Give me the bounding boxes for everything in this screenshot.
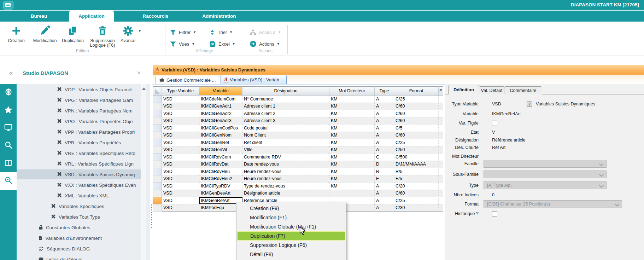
format-cell[interactable]: C/60 xyxy=(394,117,439,125)
sidebar-item-listes-de-valeurs[interactable]: Listes de Valeurs xyxy=(17,254,141,260)
table-row[interactable]: VSDIKMCliTypRDVType de rendez-vousKMAC/2… xyxy=(153,183,443,190)
document-tab-gestion-commerciale[interactable]: Gestion Commerciale ... xyxy=(156,76,219,84)
mot-directeur-cell[interactable]: KM xyxy=(329,139,375,146)
format-cell[interactable]: C/60 xyxy=(394,132,439,139)
row-selector-cell[interactable] xyxy=(153,197,162,204)
table-row[interactable]: VSDIKMCliRdvHeuHeure rendez-vousKMRR/5 xyxy=(153,168,443,175)
ribbon-button-suppression-logique-f6[interactable]: Suppression Logique (F6) xyxy=(87,24,118,48)
type-cell[interactable]: A xyxy=(375,197,394,204)
sidebar-item-variables-environnement[interactable]: Variables d'Environnement xyxy=(17,233,141,243)
panel-tab-val-defaut[interactable]: Val. Défaut xyxy=(479,86,505,94)
document-tab-variables-vsd-variab[interactable]: AVariables (VSD) : Variab... xyxy=(221,75,287,84)
panel-tab-definition[interactable]: Définition xyxy=(448,85,479,94)
table-row[interactable]: VSDIKMCliRdvComCommentaire RDVKMCC/500 xyxy=(153,154,443,161)
sidebar-collapse-button[interactable]: « xyxy=(9,69,13,77)
variable-cell[interactable]: IKMCliRdvCom xyxy=(199,154,242,161)
extra-cell[interactable] xyxy=(439,132,443,139)
format-cell[interactable]: C/50 xyxy=(394,146,439,154)
table-row[interactable]: VSDIKMCliGenRefRef clientKMAC/25 xyxy=(153,139,443,146)
rail-item-search-icon[interactable] xyxy=(0,137,17,155)
type-variable-cell[interactable]: VSD xyxy=(162,175,199,183)
variable-cell[interactable]: IKMCliGenAdr2 xyxy=(199,110,242,117)
format-cell[interactable]: R/5 xyxy=(394,168,439,175)
mot-directeur-cell[interactable]: KM xyxy=(329,132,375,139)
extra-cell[interactable] xyxy=(439,96,443,103)
sidebar-item-variables-specifiques[interactable]: Variables Spécifiques xyxy=(17,201,141,211)
ribbon-button-vues[interactable]: Vues▼ xyxy=(170,39,195,48)
format-cell[interactable]: C/60 xyxy=(394,103,439,110)
sidebar-item-vpo[interactable]: VPO : Variables Propriétés Obje xyxy=(17,116,141,126)
format-cell[interactable]: C/25 xyxy=(394,96,439,103)
designation-cell[interactable]: Ref client xyxy=(242,139,329,146)
column-header-type[interactable]: Type xyxy=(375,87,394,96)
variable-cell[interactable]: IKMCliRdvHeu2 xyxy=(199,175,242,183)
tree-scrollbar[interactable] xyxy=(141,84,146,260)
table-row[interactable]: VSDIKMCdeNumComN° CommandeKMAC/25 xyxy=(153,96,443,103)
column-header-format[interactable]: Format xyxy=(394,87,439,96)
variable-cell[interactable]: IKMCliGenRef xyxy=(199,139,242,146)
column-header-type-variable[interactable]: Type Variable xyxy=(162,87,199,96)
table-row[interactable]: VSDIKMCliGenAdr1Adresse client 1KMAC/60 xyxy=(153,103,443,110)
designation-cell[interactable]: Adresse client 3 xyxy=(242,117,329,125)
row-selector-cell[interactable] xyxy=(153,190,162,197)
type-cell[interactable]: A xyxy=(375,125,394,132)
sidebar-item-vpp[interactable]: VPP : Variables Partagées Propri xyxy=(17,127,141,137)
column-header-designation[interactable]: Désignation xyxy=(242,87,329,96)
app-logo-icon[interactable] xyxy=(3,1,13,10)
designation-cell[interactable]: Heure rendez-vous xyxy=(242,168,329,175)
extra-cell[interactable] xyxy=(439,175,443,183)
row-selector-cell[interactable] xyxy=(153,161,162,168)
rail-item-monitor-icon[interactable] xyxy=(0,119,17,137)
type-cell[interactable]: A xyxy=(375,117,394,125)
variable-cell[interactable]: IKMCliRdvHeu xyxy=(199,168,242,175)
format-cell[interactable]: C/25 xyxy=(394,139,439,146)
mot-directeur-cell[interactable] xyxy=(329,190,375,197)
sidebar-item-vre[interactable]: VRE : Variables Spécifiques Reto xyxy=(17,148,141,158)
designation-cell[interactable]: Adresse client 1 xyxy=(242,103,329,110)
variable-cell[interactable]: IKMCliGenCodPos xyxy=(199,125,242,132)
type-cell[interactable]: A xyxy=(375,190,394,197)
row-selector-cell[interactable] xyxy=(153,125,162,132)
row-selector-cell[interactable] xyxy=(153,110,162,117)
context-menu-item-modification-f1[interactable]: Modification (F1) xyxy=(236,213,346,222)
row-selector-cell[interactable] xyxy=(153,175,162,183)
rail-item-pin-search-icon[interactable] xyxy=(0,172,17,190)
format-cell[interactable]: C/500 xyxy=(394,154,439,161)
mot-directeur-cell[interactable]: KM xyxy=(329,117,375,125)
mot-directeur-cell[interactable]: KM xyxy=(329,183,375,190)
ribbon-button-modification[interactable]: Modification xyxy=(31,24,59,48)
type-cell[interactable]: A xyxy=(375,103,394,110)
variable-cell[interactable]: IKMCliGenNom xyxy=(199,132,242,139)
extra-cell[interactable] xyxy=(439,168,443,175)
table-row[interactable]: VSDIKMGenDesArtDésignation articleAC/60 xyxy=(153,190,443,197)
sidebar-item-vpr[interactable]: VPR : Variables Propriétés xyxy=(17,138,141,148)
context-menu-item-detail-f8[interactable]: Détail (F8) xyxy=(236,250,346,259)
variable-cell[interactable]: IKMCliGenAdr1 xyxy=(199,103,242,110)
ribbon-button-creation[interactable]: Création xyxy=(3,24,30,48)
help-button[interactable]: ? xyxy=(527,101,532,107)
extra-cell[interactable] xyxy=(439,190,443,197)
type-variable-cell[interactable]: VSD xyxy=(162,103,199,110)
menu-tab-application[interactable]: Application xyxy=(69,10,114,22)
context-menu-item-duplication-f7[interactable]: Duplication (F7) xyxy=(237,231,345,241)
mot-directeur-cell[interactable]: KM xyxy=(329,154,375,161)
type-variable-cell[interactable]: VSD xyxy=(162,96,199,103)
checkbox-historique[interactable] xyxy=(492,211,497,216)
context-menu-item-creation-f9[interactable]: Création (F9) xyxy=(236,204,346,213)
row-selector-cell[interactable] xyxy=(153,183,162,190)
variable-cell[interactable]: IKMGenDesArt xyxy=(199,190,242,197)
table-row[interactable]: VSDIKMCliGenAdr3Adresse client 3KMAC/60 xyxy=(153,117,443,125)
sidebar-item-sequences-dialog[interactable]: Séquences DIALOG xyxy=(17,244,141,254)
rail-item-wheel-icon[interactable] xyxy=(0,84,17,102)
extra-cell[interactable] xyxy=(439,183,443,190)
format-cell[interactable]: C/5 xyxy=(394,125,439,132)
extra-cell[interactable] xyxy=(439,197,443,204)
extra-cell[interactable] xyxy=(439,139,443,146)
ribbon-button-filtrer[interactable]: Filtrer▼ xyxy=(170,28,196,37)
variable-cell[interactable]: IKMCliGenVil xyxy=(199,146,242,154)
column-header-variable[interactable]: Variable xyxy=(199,87,242,96)
format-cell[interactable]: C/30 xyxy=(394,204,439,212)
designation-cell[interactable]: VIlle xyxy=(242,146,329,154)
format-cell[interactable]: C/20 xyxy=(394,183,439,190)
row-selector-cell[interactable] xyxy=(153,139,162,146)
